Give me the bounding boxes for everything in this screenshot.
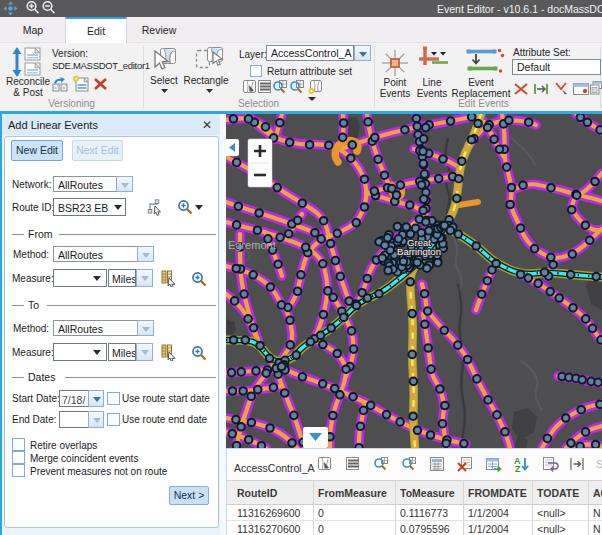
svg-text:Z: Z — [515, 464, 521, 473]
svg-text:Egremont: Egremont — [228, 239, 276, 251]
svg-text:Barrington: Barrington — [397, 246, 441, 257]
svg-text:S: S — [596, 458, 602, 470]
